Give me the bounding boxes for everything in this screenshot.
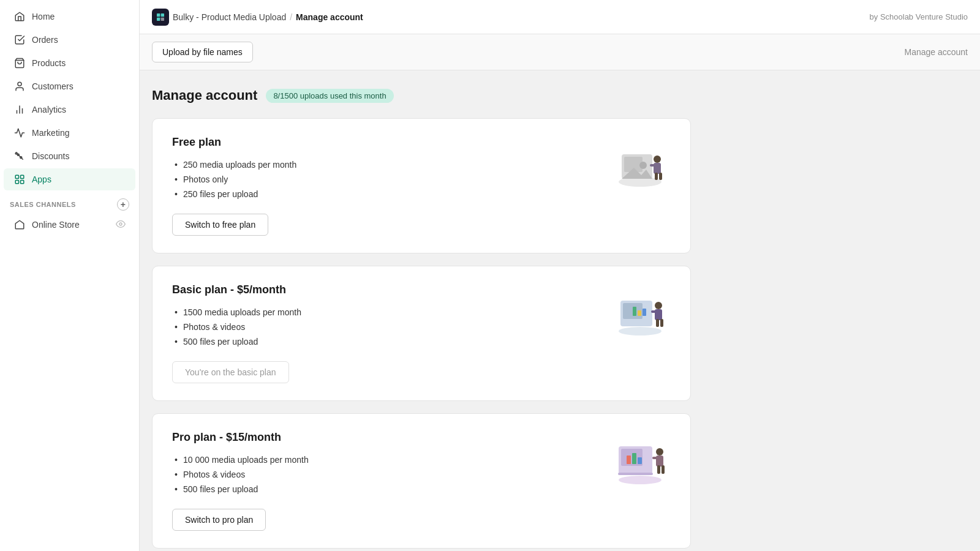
- svg-rect-48: [657, 465, 660, 474]
- svg-rect-36: [656, 319, 659, 327]
- sidebar-item-label: Discounts: [32, 151, 69, 161]
- svg-point-38: [619, 476, 662, 484]
- manage-account-link[interactable]: Manage account: [904, 47, 968, 57]
- basic-plan-feature-2: Photos & videos: [172, 322, 597, 332]
- svg-rect-44: [618, 473, 653, 475]
- pro-plan-card: Pro plan - $15/month 10 000 media upload…: [152, 413, 691, 549]
- svg-rect-46: [656, 455, 663, 467]
- svg-point-1: [18, 82, 21, 86]
- svg-rect-47: [652, 457, 657, 459]
- svg-rect-9: [21, 175, 24, 178]
- topbar: Bulky - Product Media Upload / Manage ac…: [140, 0, 980, 34]
- svg-rect-24: [650, 164, 655, 167]
- sidebar-item-label: Analytics: [32, 105, 66, 114]
- svg-rect-32: [643, 309, 646, 316]
- svg-rect-23: [654, 163, 661, 174]
- home-icon: [13, 10, 26, 23]
- sidebar-item-orders[interactable]: Orders: [4, 29, 135, 51]
- pro-plan-feature-1: 10 000 media uploads per month: [172, 455, 597, 465]
- free-plan-content: Free plan 250 media uploads per month Ph…: [172, 136, 597, 236]
- basic-plan-card: Basic plan - $5/month 1500 media uploads…: [152, 266, 691, 401]
- pro-plan-feature-2: Photos & videos: [172, 470, 597, 479]
- studio-credit: by Schoolab Venture Studio: [870, 12, 968, 21]
- sidebar-online-store-label: Online Store: [32, 220, 80, 230]
- svg-rect-14: [161, 13, 164, 17]
- svg-rect-26: [659, 173, 662, 180]
- free-plan-feature-3: 250 files per upload: [172, 189, 597, 199]
- sidebar-item-marketing[interactable]: Marketing: [4, 122, 135, 144]
- svg-rect-15: [157, 17, 160, 20]
- add-sales-channel-button[interactable]: +: [117, 198, 129, 211]
- basic-plan-feature-1: 1500 media uploads per month: [172, 307, 597, 317]
- online-store-icon: [13, 219, 26, 231]
- free-plan-feature-2: Photos only: [172, 174, 597, 184]
- sidebar-item-apps[interactable]: Apps: [4, 168, 135, 190]
- sales-channels-section: SALES CHANNELS +: [0, 191, 139, 213]
- topbar-left: Bulky - Product Media Upload / Manage ac…: [152, 9, 363, 26]
- svg-point-20: [639, 162, 647, 169]
- breadcrumb-app-name: Bulky - Product Media Upload: [173, 12, 286, 22]
- switch-to-pro-plan-button[interactable]: Switch to pro plan: [172, 509, 266, 531]
- main-content: Bulky - Product Media Upload / Manage ac…: [140, 0, 980, 551]
- svg-rect-11: [21, 181, 24, 184]
- switch-to-free-plan-button[interactable]: Switch to free plan: [172, 214, 268, 236]
- svg-rect-37: [660, 319, 663, 327]
- products-icon: [13, 57, 26, 69]
- svg-rect-30: [633, 307, 636, 316]
- sidebar-item-label: Apps: [32, 174, 51, 184]
- basic-plan-content: Basic plan - $5/month 1500 media uploads…: [172, 283, 597, 383]
- svg-rect-43: [638, 457, 642, 464]
- basic-plan-features: 1500 media uploads per month Photos & vi…: [172, 307, 597, 347]
- content-area: Manage account 8/1500 uploads used this …: [140, 70, 980, 551]
- app-logo: [152, 9, 169, 26]
- actionbar: Upload by file names Manage account: [140, 34, 980, 70]
- sidebar-item-label: Home: [32, 12, 55, 21]
- sidebar-item-label: Orders: [32, 35, 58, 45]
- svg-rect-49: [662, 465, 665, 474]
- svg-rect-16: [161, 17, 164, 20]
- page-header: Manage account 8/1500 uploads used this …: [152, 88, 968, 103]
- breadcrumb: Bulky - Product Media Upload / Manage ac…: [152, 9, 363, 26]
- svg-rect-35: [651, 310, 656, 313]
- svg-rect-31: [638, 310, 641, 316]
- discounts-icon: [13, 150, 26, 162]
- svg-rect-41: [627, 455, 631, 464]
- sidebar-item-label: Customers: [32, 81, 74, 91]
- page-title: Manage account: [152, 88, 257, 103]
- svg-rect-25: [655, 173, 658, 180]
- basic-plan-name: Basic plan - $5/month: [172, 283, 597, 296]
- svg-point-12: [119, 223, 122, 225]
- online-store-visibility-icon[interactable]: [116, 219, 126, 231]
- svg-rect-13: [157, 13, 160, 17]
- sidebar-item-home[interactable]: Home: [4, 6, 135, 28]
- pro-plan-content: Pro plan - $15/month 10 000 media upload…: [172, 431, 597, 531]
- current-plan-button: You're on the basic plan: [172, 361, 289, 383]
- svg-rect-34: [655, 309, 662, 320]
- sidebar-item-online-store[interactable]: Online Store: [4, 214, 135, 236]
- svg-point-27: [619, 327, 662, 335]
- free-plan-features: 250 media uploads per month Photos only …: [172, 160, 597, 199]
- pro-plan-name: Pro plan - $15/month: [172, 431, 597, 444]
- orders-icon: [13, 34, 26, 46]
- svg-point-33: [655, 302, 662, 309]
- sidebar-item-label: Products: [32, 58, 66, 68]
- svg-rect-42: [632, 453, 636, 464]
- sidebar-item-customers[interactable]: Customers: [4, 75, 135, 97]
- pro-plan-feature-3: 500 files per upload: [172, 484, 597, 494]
- sidebar: Home Orders Products Customers Analytics…: [0, 0, 140, 551]
- customers-icon: [13, 80, 26, 92]
- basic-plan-illustration: [609, 283, 671, 345]
- free-plan-feature-1: 250 media uploads per month: [172, 160, 597, 170]
- pro-plan-features: 10 000 media uploads per month Photos & …: [172, 455, 597, 494]
- upload-by-file-names-button[interactable]: Upload by file names: [152, 42, 253, 62]
- analytics-icon: [13, 103, 26, 116]
- sidebar-item-discounts[interactable]: Discounts: [4, 145, 135, 167]
- sidebar-item-products[interactable]: Products: [4, 52, 135, 74]
- svg-point-45: [656, 448, 663, 455]
- sidebar-item-analytics[interactable]: Analytics: [4, 99, 135, 121]
- breadcrumb-separator: /: [290, 12, 292, 22]
- svg-rect-10: [15, 181, 18, 184]
- free-plan-name: Free plan: [172, 136, 597, 149]
- basic-plan-feature-3: 500 files per upload: [172, 337, 597, 347]
- free-plan-illustration: [609, 136, 671, 197]
